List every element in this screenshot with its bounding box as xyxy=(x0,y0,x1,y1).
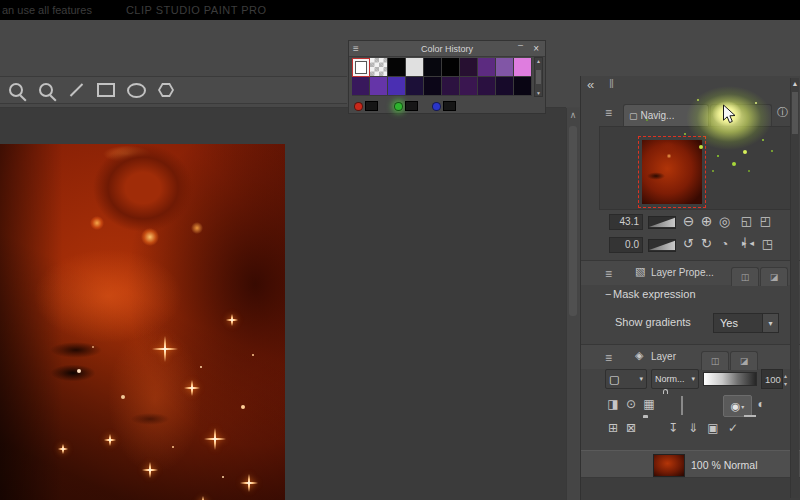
zoom-in-tool[interactable] xyxy=(4,79,28,101)
scrollbar-thumb[interactable] xyxy=(569,126,577,316)
spin-down-icon[interactable]: ▾ xyxy=(784,380,787,387)
scroll-down-icon[interactable]: ▼ xyxy=(536,90,541,96)
color-swatch[interactable] xyxy=(460,77,478,96)
color-swatch[interactable] xyxy=(406,77,424,96)
spin-up-icon[interactable]: ▴ xyxy=(784,372,787,379)
panel-menu-icon[interactable]: ≡ xyxy=(605,106,612,120)
green-dot-icon[interactable] xyxy=(394,102,403,111)
color-swatch[interactable] xyxy=(406,58,424,77)
panel-menu-icon[interactable]: ≡ xyxy=(605,351,612,365)
color-swatch[interactable] xyxy=(460,58,478,77)
hidden-tab-b[interactable]: ◪ xyxy=(760,267,788,286)
close-button[interactable]: × xyxy=(533,43,539,54)
opacity-value[interactable]: 100 xyxy=(761,369,783,389)
minimize-button[interactable]: – xyxy=(518,40,523,50)
draft-layer-button[interactable]: ▦ xyxy=(641,398,657,410)
new-vector-layer-button[interactable]: ⊠ xyxy=(623,422,639,434)
transfer-to-lower-button[interactable]: ↧ xyxy=(665,422,681,434)
panel-scrollbar[interactable]: ▲ xyxy=(790,78,799,498)
canvas-vertical-scrollbar[interactable]: ∧ xyxy=(566,108,579,500)
layer-color-gradient[interactable] xyxy=(703,372,757,386)
color-swatch[interactable] xyxy=(496,58,514,77)
reset-rotation-button[interactable]: ◔ xyxy=(716,238,733,250)
hidden-tab-a[interactable]: ◫ xyxy=(731,267,759,286)
color-swatch[interactable] xyxy=(388,58,406,77)
palette-color-selector[interactable]: ▢ ▾ xyxy=(605,369,647,389)
color-swatch[interactable] xyxy=(514,77,532,96)
clip-to-layer-below-button[interactable]: ◨ xyxy=(605,398,621,410)
collapse-panels-button[interactable]: « xyxy=(587,78,594,91)
tool-strip xyxy=(0,76,347,104)
scroll-up-icon[interactable]: ∧ xyxy=(567,108,579,122)
zoom-out-button[interactable]: ⊖ xyxy=(680,214,697,228)
merge-with-lower-button[interactable]: ⇓ xyxy=(685,422,701,434)
red-value-box[interactable] xyxy=(365,101,378,111)
reference-layer-button[interactable]: ⊙ xyxy=(623,398,639,410)
red-dot-icon[interactable] xyxy=(354,102,363,111)
fit-to-screen-button[interactable]: ◰ xyxy=(757,215,774,227)
layer-properties-title: Layer Prope... xyxy=(651,267,714,278)
zoom-out-tool[interactable] xyxy=(34,79,58,101)
blue-value-box[interactable] xyxy=(443,101,456,111)
duplicate-layer-button[interactable]: ▣ xyxy=(705,422,721,434)
layer-list-row[interactable]: 100 % Normal xyxy=(581,450,800,478)
scroll-up-icon[interactable]: ▲ xyxy=(536,58,541,64)
chevron-down-icon[interactable]: ▾ xyxy=(762,314,778,332)
color-swatch[interactable] xyxy=(352,58,370,77)
ellipse-tool[interactable] xyxy=(124,79,148,101)
scroll-up-icon[interactable]: ▲ xyxy=(791,78,799,90)
rectangle-tool[interactable] xyxy=(94,79,118,101)
color-swatch[interactable] xyxy=(424,58,442,77)
rotate-slider[interactable] xyxy=(648,239,676,252)
color-swatch[interactable] xyxy=(370,77,388,96)
scrollbar-thumb[interactable] xyxy=(792,92,798,134)
panel-menu-icon[interactable]: ≡ xyxy=(605,267,612,281)
color-history-scrollbar[interactable]: ▲ ▼ xyxy=(534,57,543,97)
canvas-artwork[interactable] xyxy=(0,144,285,500)
view-area-indicator[interactable] xyxy=(638,136,706,208)
flip-horizontal-button[interactable]: ▸▏◂ xyxy=(736,239,758,248)
apply-mask-button[interactable]: ✓ xyxy=(725,422,741,434)
info-icon[interactable]: ⓘ xyxy=(777,107,788,118)
canvas-workspace[interactable]: ∧ xyxy=(0,107,566,500)
section-expander-icon[interactable]: − xyxy=(605,288,611,300)
color-swatch[interactable] xyxy=(514,58,532,77)
panel-drag-handle[interactable]: ‖ xyxy=(609,78,614,90)
color-swatch[interactable] xyxy=(478,77,496,96)
rotate-left-button[interactable]: ↺ xyxy=(680,237,697,250)
zoom-value[interactable]: 43.1 xyxy=(609,214,643,230)
zoom-100-button[interactable]: ◎ xyxy=(716,215,733,228)
green-value-box[interactable] xyxy=(405,101,418,111)
color-swatch[interactable] xyxy=(442,77,460,96)
lock-transparent-pixels-button[interactable] xyxy=(681,398,683,414)
color-swatch[interactable] xyxy=(478,58,496,77)
polygon-tool[interactable] xyxy=(154,79,178,101)
rotate-value[interactable]: 0.0 xyxy=(609,237,643,253)
zoom-in-button[interactable]: ⊕ xyxy=(698,214,715,228)
color-swatch[interactable] xyxy=(496,77,514,96)
layer-list-empty-area[interactable] xyxy=(581,478,800,500)
enable-mask-button[interactable]: ◉ ▾ xyxy=(723,395,752,417)
blue-dot-icon[interactable] xyxy=(432,102,441,111)
rotate-right-button[interactable]: ↻ xyxy=(698,237,715,250)
reset-display-button[interactable]: ◳ xyxy=(759,238,776,250)
color-swatch[interactable] xyxy=(352,77,370,96)
scrollbar-thumb[interactable] xyxy=(536,70,541,84)
zoom-slider[interactable] xyxy=(648,216,676,229)
layer-color-button[interactable]: ◐ xyxy=(753,398,769,410)
color-swatch[interactable] xyxy=(424,77,442,96)
color-swatch[interactable] xyxy=(442,58,460,77)
line-tool[interactable] xyxy=(64,79,88,101)
new-raster-layer-button[interactable]: ⊞ xyxy=(605,422,621,434)
actual-size-button[interactable]: ◱ xyxy=(738,215,755,227)
navigator-thumbnail[interactable] xyxy=(642,140,702,204)
navigator-preview-area[interactable] xyxy=(599,126,791,210)
layer-thumbnail[interactable] xyxy=(653,454,685,477)
line-icon xyxy=(69,83,82,96)
color-swatch[interactable] xyxy=(388,77,406,96)
blend-mode-dropdown[interactable]: Norm... ▾ xyxy=(651,369,699,389)
color-swatch[interactable] xyxy=(370,58,388,77)
show-gradients-dropdown[interactable]: Yes ▾ xyxy=(713,313,779,333)
panel-menu-icon[interactable]: ≡ xyxy=(353,43,359,54)
opacity-spinner[interactable]: ▴ ▾ xyxy=(784,370,787,388)
